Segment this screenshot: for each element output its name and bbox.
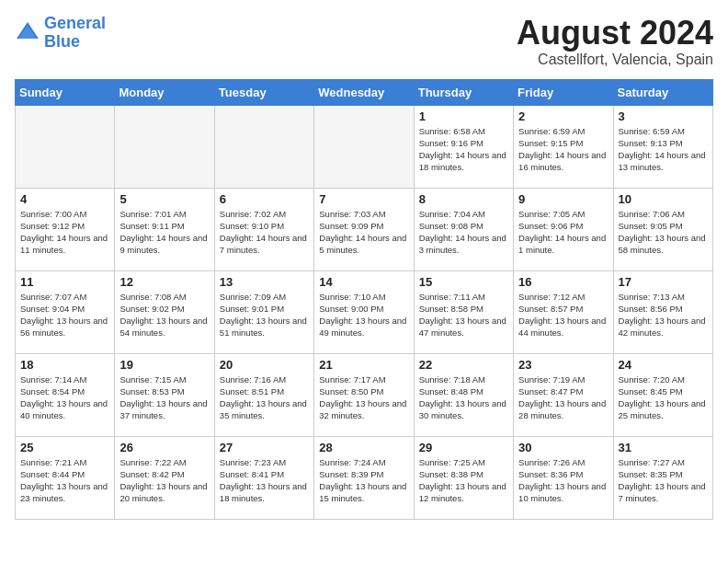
day-number: 20 bbox=[220, 358, 309, 372]
week-row-4: 18Sunrise: 7:14 AM Sunset: 8:54 PM Dayli… bbox=[16, 353, 713, 436]
day-number: 2 bbox=[518, 109, 608, 123]
month-year: August 2024 bbox=[517, 15, 713, 52]
calendar-cell bbox=[115, 105, 214, 188]
day-info: Sunrise: 7:03 AM Sunset: 9:09 PM Dayligh… bbox=[319, 208, 408, 257]
calendar-cell: 19Sunrise: 7:15 AM Sunset: 8:53 PM Dayli… bbox=[115, 353, 214, 436]
day-info: Sunrise: 7:15 AM Sunset: 8:53 PM Dayligh… bbox=[119, 373, 209, 422]
day-number: 30 bbox=[518, 441, 608, 454]
day-number: 21 bbox=[319, 358, 408, 372]
day-number: 10 bbox=[619, 192, 708, 206]
page-header: General Blue August 2024 Castellfort, Va… bbox=[15, 15, 713, 68]
day-info: Sunrise: 7:20 AM Sunset: 8:45 PM Dayligh… bbox=[619, 373, 708, 422]
calendar-table: SundayMondayTuesdayWednesdayThursdayFrid… bbox=[15, 79, 713, 520]
day-info: Sunrise: 7:24 AM Sunset: 8:39 PM Dayligh… bbox=[319, 456, 408, 505]
day-info: Sunrise: 7:13 AM Sunset: 8:56 PM Dayligh… bbox=[619, 291, 708, 339]
day-number: 31 bbox=[619, 441, 708, 454]
calendar-cell: 7Sunrise: 7:03 AM Sunset: 9:09 PM Daylig… bbox=[314, 188, 414, 270]
day-info: Sunrise: 7:05 AM Sunset: 9:06 PM Dayligh… bbox=[518, 208, 608, 257]
day-info: Sunrise: 7:23 AM Sunset: 8:41 PM Dayligh… bbox=[220, 456, 309, 505]
week-row-1: 1Sunrise: 6:58 AM Sunset: 9:16 PM Daylig… bbox=[16, 105, 713, 188]
logo: General Blue bbox=[15, 15, 106, 52]
calendar-cell: 17Sunrise: 7:13 AM Sunset: 8:56 PM Dayli… bbox=[613, 270, 712, 353]
day-number: 22 bbox=[419, 358, 508, 372]
calendar-cell: 20Sunrise: 7:16 AM Sunset: 8:51 PM Dayli… bbox=[214, 353, 313, 436]
day-of-week-thursday: Thursday bbox=[414, 79, 513, 105]
calendar-cell: 31Sunrise: 7:27 AM Sunset: 8:35 PM Dayli… bbox=[613, 436, 712, 519]
logo-text: General Blue bbox=[44, 15, 106, 52]
calendar-cell: 1Sunrise: 6:58 AM Sunset: 9:16 PM Daylig… bbox=[414, 105, 513, 188]
calendar-cell: 27Sunrise: 7:23 AM Sunset: 8:41 PM Dayli… bbox=[214, 436, 313, 519]
day-info: Sunrise: 7:07 AM Sunset: 9:04 PM Dayligh… bbox=[20, 291, 109, 339]
day-info: Sunrise: 7:02 AM Sunset: 9:10 PM Dayligh… bbox=[220, 208, 309, 257]
day-number: 6 bbox=[220, 192, 309, 206]
day-info: Sunrise: 7:25 AM Sunset: 8:38 PM Dayligh… bbox=[419, 456, 508, 505]
day-info: Sunrise: 7:08 AM Sunset: 9:02 PM Dayligh… bbox=[119, 291, 209, 339]
calendar-cell: 14Sunrise: 7:10 AM Sunset: 9:00 PM Dayli… bbox=[314, 270, 414, 353]
calendar-cell bbox=[214, 105, 313, 188]
title-block: August 2024 Castellfort, Valencia, Spain bbox=[517, 15, 713, 68]
day-info: Sunrise: 7:12 AM Sunset: 8:57 PM Dayligh… bbox=[518, 291, 608, 339]
calendar-cell: 25Sunrise: 7:21 AM Sunset: 8:44 PM Dayli… bbox=[16, 436, 115, 519]
day-number: 9 bbox=[518, 192, 608, 206]
day-info: Sunrise: 7:11 AM Sunset: 8:58 PM Dayligh… bbox=[419, 291, 508, 339]
calendar-cell: 16Sunrise: 7:12 AM Sunset: 8:57 PM Dayli… bbox=[514, 270, 613, 353]
day-number: 1 bbox=[419, 109, 508, 123]
day-number: 3 bbox=[619, 109, 708, 123]
day-of-week-friday: Friday bbox=[514, 79, 613, 105]
day-info: Sunrise: 7:17 AM Sunset: 8:50 PM Dayligh… bbox=[319, 373, 408, 422]
day-number: 26 bbox=[119, 441, 209, 454]
calendar-cell: 23Sunrise: 7:19 AM Sunset: 8:47 PM Dayli… bbox=[514, 353, 613, 436]
day-number: 23 bbox=[518, 358, 608, 372]
day-info: Sunrise: 7:22 AM Sunset: 8:42 PM Dayligh… bbox=[119, 456, 209, 505]
calendar-cell: 21Sunrise: 7:17 AM Sunset: 8:50 PM Dayli… bbox=[314, 353, 414, 436]
week-row-2: 4Sunrise: 7:00 AM Sunset: 9:12 PM Daylig… bbox=[16, 188, 713, 270]
day-info: Sunrise: 7:26 AM Sunset: 8:36 PM Dayligh… bbox=[518, 456, 608, 505]
day-of-week-wednesday: Wednesday bbox=[314, 79, 414, 105]
calendar-cell: 29Sunrise: 7:25 AM Sunset: 8:38 PM Dayli… bbox=[414, 436, 513, 519]
day-info: Sunrise: 7:19 AM Sunset: 8:47 PM Dayligh… bbox=[518, 373, 608, 422]
day-number: 16 bbox=[518, 275, 608, 289]
day-info: Sunrise: 6:58 AM Sunset: 9:16 PM Dayligh… bbox=[419, 125, 508, 174]
calendar-cell: 13Sunrise: 7:09 AM Sunset: 9:01 PM Dayli… bbox=[214, 270, 313, 353]
calendar-cell: 28Sunrise: 7:24 AM Sunset: 8:39 PM Dayli… bbox=[314, 436, 414, 519]
day-number: 11 bbox=[20, 275, 109, 289]
calendar-cell: 11Sunrise: 7:07 AM Sunset: 9:04 PM Dayli… bbox=[16, 270, 115, 353]
day-info: Sunrise: 6:59 AM Sunset: 9:13 PM Dayligh… bbox=[619, 125, 708, 174]
day-number: 25 bbox=[20, 441, 109, 454]
day-info: Sunrise: 6:59 AM Sunset: 9:15 PM Dayligh… bbox=[518, 125, 608, 174]
day-info: Sunrise: 7:01 AM Sunset: 9:11 PM Dayligh… bbox=[119, 208, 209, 257]
calendar-cell: 30Sunrise: 7:26 AM Sunset: 8:36 PM Dayli… bbox=[514, 436, 613, 519]
calendar-cell: 24Sunrise: 7:20 AM Sunset: 8:45 PM Dayli… bbox=[613, 353, 712, 436]
location: Castellfort, Valencia, Spain bbox=[517, 52, 713, 68]
days-of-week-row: SundayMondayTuesdayWednesdayThursdayFrid… bbox=[16, 79, 713, 105]
logo-line2: Blue bbox=[44, 32, 80, 51]
logo-icon bbox=[15, 20, 40, 46]
day-number: 13 bbox=[220, 275, 309, 289]
day-of-week-saturday: Saturday bbox=[613, 79, 712, 105]
day-info: Sunrise: 7:27 AM Sunset: 8:35 PM Dayligh… bbox=[619, 456, 708, 505]
day-info: Sunrise: 7:00 AM Sunset: 9:12 PM Dayligh… bbox=[20, 208, 109, 257]
day-info: Sunrise: 7:18 AM Sunset: 8:48 PM Dayligh… bbox=[419, 373, 508, 422]
calendar-cell: 3Sunrise: 6:59 AM Sunset: 9:13 PM Daylig… bbox=[613, 105, 712, 188]
calendar-cell bbox=[314, 105, 414, 188]
day-number: 24 bbox=[619, 358, 708, 372]
day-info: Sunrise: 7:21 AM Sunset: 8:44 PM Dayligh… bbox=[20, 456, 109, 505]
day-number: 8 bbox=[419, 192, 508, 206]
calendar-cell: 6Sunrise: 7:02 AM Sunset: 9:10 PM Daylig… bbox=[214, 188, 313, 270]
day-number: 27 bbox=[220, 441, 309, 454]
calendar-cell: 4Sunrise: 7:00 AM Sunset: 9:12 PM Daylig… bbox=[16, 188, 115, 270]
calendar-cell: 10Sunrise: 7:06 AM Sunset: 9:05 PM Dayli… bbox=[613, 188, 712, 270]
calendar-cell: 26Sunrise: 7:22 AM Sunset: 8:42 PM Dayli… bbox=[115, 436, 214, 519]
calendar-cell bbox=[16, 105, 115, 188]
day-number: 4 bbox=[20, 192, 109, 206]
day-of-week-sunday: Sunday bbox=[16, 79, 115, 105]
calendar-cell: 9Sunrise: 7:05 AM Sunset: 9:06 PM Daylig… bbox=[514, 188, 613, 270]
day-number: 15 bbox=[419, 275, 508, 289]
day-number: 7 bbox=[319, 192, 408, 206]
calendar-cell: 18Sunrise: 7:14 AM Sunset: 8:54 PM Dayli… bbox=[16, 353, 115, 436]
calendar-cell: 5Sunrise: 7:01 AM Sunset: 9:11 PM Daylig… bbox=[115, 188, 214, 270]
calendar-cell: 22Sunrise: 7:18 AM Sunset: 8:48 PM Dayli… bbox=[414, 353, 513, 436]
day-number: 29 bbox=[419, 441, 508, 454]
day-info: Sunrise: 7:04 AM Sunset: 9:08 PM Dayligh… bbox=[419, 208, 508, 257]
week-row-3: 11Sunrise: 7:07 AM Sunset: 9:04 PM Dayli… bbox=[16, 270, 713, 353]
